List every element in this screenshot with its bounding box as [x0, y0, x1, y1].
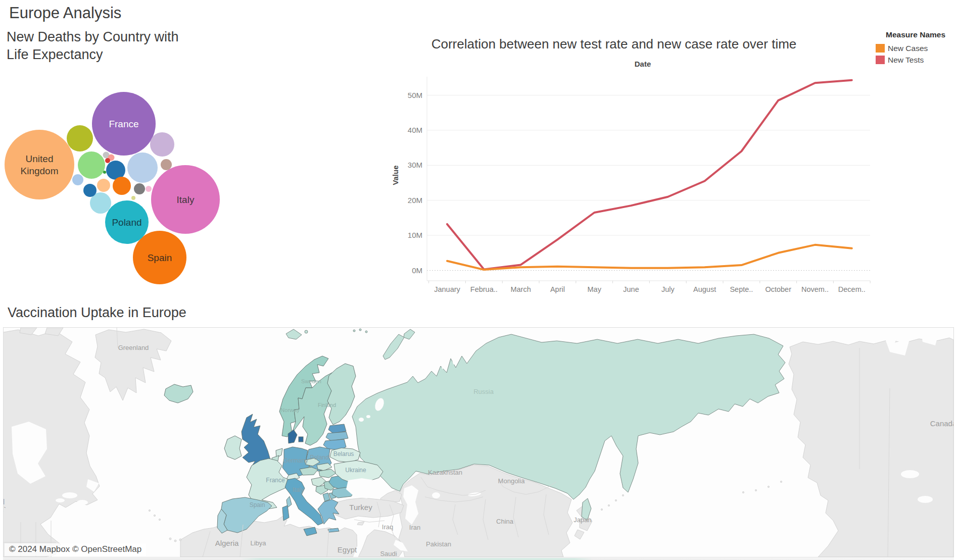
- map-label-turkey: Turkey: [349, 503, 372, 512]
- kuril-island: [622, 494, 624, 496]
- lake-ladoga: [359, 418, 364, 422]
- svalbard: [305, 330, 308, 333]
- bubble-label: France: [109, 119, 138, 129]
- bubble-country[interactable]: [131, 196, 135, 200]
- bubble-country[interactable]: [105, 158, 110, 163]
- bubble-united-kingdom[interactable]: [5, 130, 74, 199]
- map-label-saudi: Saudi: [380, 550, 397, 557]
- map-label-finland: Finland: [318, 402, 336, 408]
- series-new-tests[interactable]: [447, 80, 852, 270]
- franz-josef: [365, 331, 367, 333]
- map-label-ukraine: Ukraine: [345, 467, 366, 474]
- aleutian-island: [780, 481, 782, 482]
- azores: [154, 515, 155, 516]
- map-label-belarus: Belarus: [333, 450, 354, 457]
- map-label-greenland: Greenland: [118, 344, 149, 351]
- bubble-chart: UnitedKingdomItalyFranceSpainPoland: [0, 0, 232, 298]
- lake-onega: [366, 415, 370, 418]
- map-label-france: France: [266, 477, 285, 484]
- x-tick-label: July: [661, 285, 675, 293]
- franz-josef: [353, 330, 355, 332]
- vaccination-map[interactable]: GreenlandCanadaRussiaNorwaySwedenFinland…: [3, 327, 954, 557]
- map-label-japan: Japan: [573, 516, 591, 524]
- great-lake: [62, 492, 77, 498]
- great-lake: [77, 500, 88, 505]
- y-axis-title: Value: [391, 165, 400, 185]
- bubble-country[interactable]: [161, 159, 172, 170]
- map-label-egypt: Egypt: [338, 545, 357, 554]
- y-tick-label: 20M: [408, 196, 422, 205]
- bubble-country[interactable]: [103, 171, 106, 174]
- x-tick-label: April: [550, 285, 565, 293]
- y-tick-label: 10M: [408, 231, 422, 239]
- great-slave-lake: [918, 496, 933, 503]
- great-bear-lake: [901, 470, 919, 478]
- x-tick-label: May: [587, 285, 601, 293]
- x-tick-label: March: [510, 285, 531, 293]
- x-tick-label: Februa..: [470, 285, 498, 293]
- canary-island: [174, 540, 176, 542]
- map-label-d: d: [4, 497, 5, 506]
- y-tick-label: 40M: [408, 126, 422, 134]
- map-label-norway: Norway: [280, 407, 300, 413]
- x-tick-label: Novem..: [801, 285, 829, 293]
- map-label-canada: Canada: [930, 419, 953, 428]
- bubble-label: Poland: [112, 217, 141, 228]
- bubble-country[interactable]: [78, 151, 105, 179]
- madeira: [159, 519, 160, 520]
- map-label-pakistan: Pakistan: [426, 540, 451, 548]
- bubble-country[interactable]: [72, 174, 83, 185]
- franz-josef: [359, 329, 361, 331]
- x-tick-label: August: [693, 285, 716, 293]
- bubble-country[interactable]: [113, 177, 131, 195]
- map-title: Vaccination Uptake in Europe: [8, 305, 186, 321]
- aleutian-island: [768, 486, 769, 487]
- x-tick-label: Septe..: [730, 285, 753, 293]
- map-attribution[interactable]: © 2024 Mapbox © OpenStreetMap: [5, 543, 146, 556]
- map-label-spain: Spain: [250, 501, 265, 508]
- canary-island: [179, 539, 181, 541]
- map-label-sweden: Sweden: [301, 378, 321, 384]
- azores: [149, 510, 150, 511]
- country-denmark-island[interactable]: [299, 437, 303, 442]
- kuril-island: [615, 499, 616, 501]
- bubble-country[interactable]: [83, 184, 97, 197]
- bubble-country[interactable]: [67, 125, 93, 151]
- aleutian-island: [742, 491, 744, 493]
- y-tick-label: 0M: [412, 266, 422, 275]
- aral-sea: [432, 492, 440, 498]
- map-label-germany: Germany: [283, 457, 308, 464]
- map-label-iraq: Iraq: [382, 523, 393, 531]
- canary-island: [169, 538, 171, 540]
- x-tick-label: June: [623, 285, 639, 293]
- x-tick-label: Decem..: [838, 285, 866, 293]
- bubble-country[interactable]: [150, 132, 174, 157]
- bubble-country[interactable]: [134, 183, 145, 194]
- map-label-libya: Libya: [250, 539, 266, 547]
- map-label-russia: Russia: [473, 388, 494, 395]
- map-label-kazakhstan: Kazakhstan: [428, 469, 462, 476]
- bubble-label: Spain: [148, 252, 172, 263]
- aleutian-island: [755, 489, 756, 491]
- kuril-island: [601, 508, 602, 510]
- line-chart: 0M10M20M30M40M50MJanuaryFebrua..MarchApr…: [323, 30, 957, 303]
- x-tick-label: October: [765, 285, 791, 293]
- kuril-island: [608, 504, 609, 506]
- y-tick-label: 50M: [408, 91, 422, 99]
- y-tick-label: 30M: [408, 161, 422, 169]
- map-label-china: China: [496, 518, 514, 525]
- map-label-mongolia: Mongolia: [498, 477, 525, 485]
- map-label-s: s`: [4, 505, 6, 514]
- map-label-italy: Italy: [293, 486, 304, 493]
- x-tick-label: January: [434, 285, 460, 293]
- bubble-label: Italy: [177, 194, 195, 205]
- great-lake: [56, 498, 65, 502]
- bubble-country[interactable]: [146, 186, 152, 192]
- map-label-algeria: Algeria: [215, 539, 239, 547]
- bubble-country[interactable]: [127, 152, 158, 183]
- map-label-iran: Iran: [409, 524, 420, 531]
- bubble-country[interactable]: [97, 179, 110, 192]
- map-wrap-strip: [3, 558, 954, 560]
- map-label-poland: Poland: [310, 454, 328, 461]
